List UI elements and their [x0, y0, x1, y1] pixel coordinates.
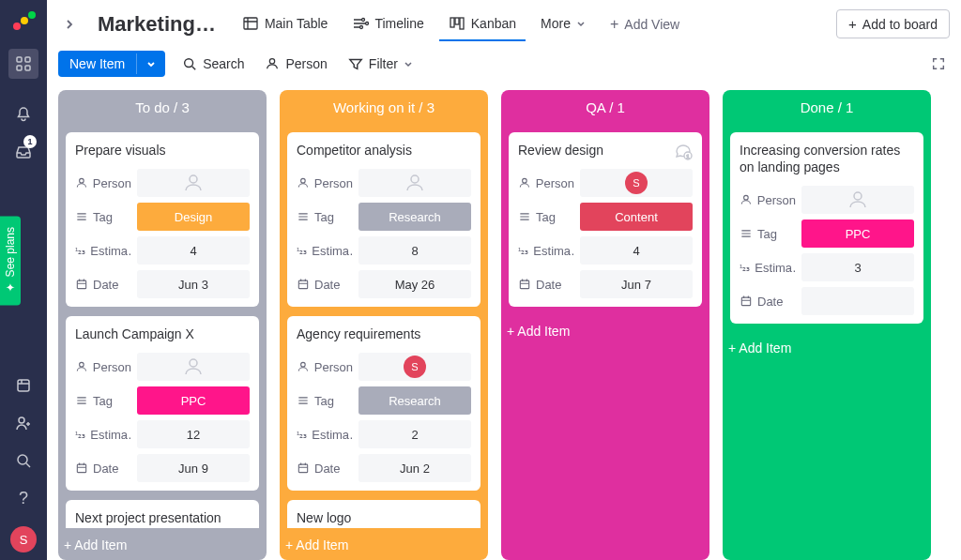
- svg-point-18: [270, 59, 275, 64]
- filter-label: Filter: [369, 56, 398, 71]
- svg-rect-5: [17, 66, 22, 70]
- card-person-value[interactable]: S: [358, 353, 471, 381]
- card-tag-value[interactable]: PPC: [137, 386, 250, 415]
- kanban-column-working: Working on it / 3Competitor analysisPers…: [280, 90, 488, 560]
- help-icon[interactable]: ?: [8, 483, 38, 513]
- kanban-column-done: Done / 1Increasing conversion rates on l…: [723, 90, 931, 560]
- card-title: Prepare visuals: [75, 142, 166, 159]
- add-item-button[interactable]: + Add Item: [58, 528, 267, 560]
- tab-timeline[interactable]: Timeline: [343, 8, 433, 41]
- card-date-value[interactable]: Jun 9: [137, 454, 250, 482]
- card-date-value[interactable]: May 26: [358, 270, 471, 298]
- card-date-value[interactable]: Jun 2: [358, 454, 471, 482]
- kanban-card[interactable]: Increasing conversion rates on landing p…: [730, 132, 923, 324]
- card-estimation-value[interactable]: 2: [358, 420, 471, 448]
- svg-rect-28: [298, 280, 307, 289]
- column-header[interactable]: Working on it / 3: [280, 90, 488, 125]
- card-title: Launch Campaign X: [75, 325, 194, 342]
- card-title: Agency requirements: [297, 325, 420, 342]
- tab-kanban[interactable]: Kanban: [439, 8, 526, 41]
- svg-rect-7: [18, 380, 29, 391]
- workspaces-icon[interactable]: [8, 49, 38, 79]
- add-to-board-label: Add to board: [862, 17, 938, 32]
- card-title: Increasing conversion rates on landing p…: [740, 142, 914, 175]
- svg-point-20: [190, 175, 197, 183]
- svg-point-37: [744, 196, 749, 201]
- card-estimation-value[interactable]: 3: [801, 253, 914, 281]
- user-avatar[interactable]: S: [10, 526, 37, 552]
- svg-point-19: [80, 179, 84, 184]
- svg-rect-4: [25, 57, 30, 62]
- card-person-value[interactable]: [801, 186, 914, 214]
- card-estimation-value[interactable]: 4: [580, 236, 693, 265]
- fullscreen-icon[interactable]: [927, 53, 950, 75]
- add-to-board-button[interactable]: + Add to board: [836, 9, 950, 38]
- svg-rect-30: [298, 464, 307, 473]
- person-label: Person: [285, 56, 327, 71]
- add-view-button[interactable]: + Add View: [601, 8, 689, 40]
- tab-main-table[interactable]: Main Table: [233, 8, 337, 41]
- column-header[interactable]: QA / 1: [501, 90, 709, 125]
- svg-rect-24: [77, 464, 85, 473]
- conversation-icon[interactable]: 1: [674, 142, 693, 160]
- kanban-card[interactable]: Agency requirementsPersonSTagResearch¹₂₃…: [287, 316, 480, 491]
- kanban-card[interactable]: Prepare visualsPersonTagDesign¹₂₃Estima……: [66, 132, 259, 307]
- card-tag-value[interactable]: Research: [358, 203, 471, 231]
- kanban-card[interactable]: New logoPerson: [287, 500, 480, 528]
- card-date-value[interactable]: [801, 287, 914, 315]
- kanban-card[interactable]: Launch Campaign XPersonTagPPC¹₂₃Estima…1…: [66, 316, 259, 491]
- inbox-icon[interactable]: 1: [8, 137, 38, 167]
- svg-point-13: [360, 25, 363, 28]
- svg-rect-6: [25, 66, 30, 70]
- card-tag-value[interactable]: Content: [580, 203, 693, 231]
- invite-icon[interactable]: [8, 408, 38, 438]
- chevron-down-icon[interactable]: [136, 53, 165, 74]
- card-estimation-value[interactable]: 8: [358, 236, 471, 265]
- kanban-card[interactable]: Competitor analysisPersonTagResearch¹₂₃E…: [287, 132, 480, 307]
- svg-point-8: [19, 417, 24, 423]
- card-person-value[interactable]: [358, 169, 471, 197]
- card-person-value[interactable]: [137, 169, 250, 197]
- notifications-icon[interactable]: [8, 99, 38, 129]
- card-estimation-value[interactable]: 12: [137, 420, 250, 448]
- kanban-card[interactable]: Next project presentationPersonS: [66, 500, 259, 528]
- svg-point-11: [362, 18, 365, 21]
- board-title[interactable]: Marketing…: [98, 12, 216, 37]
- card-tag-value[interactable]: PPC: [801, 219, 914, 248]
- add-item-button[interactable]: + Add Item: [280, 528, 488, 560]
- tab-main-table-label: Main Table: [265, 16, 328, 31]
- svg-point-23: [190, 359, 197, 367]
- search-icon[interactable]: [8, 446, 38, 476]
- see-plans-button[interactable]: ✦See plans: [0, 216, 21, 305]
- card-title: Next project presentation: [75, 509, 250, 526]
- card-title: New logo: [297, 509, 471, 526]
- column-header[interactable]: Done / 1: [723, 90, 931, 125]
- tab-more[interactable]: More: [531, 8, 595, 40]
- card-estimation-value[interactable]: 4: [137, 236, 250, 265]
- card-date-value[interactable]: Jun 3: [137, 270, 250, 298]
- person-filter-button[interactable]: Person: [261, 53, 330, 75]
- svg-rect-16: [460, 18, 464, 29]
- kanban-column-qa: QA / 1Review design1PersonSTagContent¹₂₃…: [501, 90, 709, 560]
- svg-rect-14: [450, 18, 454, 27]
- svg-rect-3: [17, 57, 22, 62]
- search-label: Search: [203, 56, 244, 71]
- card-tag-value[interactable]: Research: [358, 386, 471, 415]
- card-date-value[interactable]: Jun 7: [580, 270, 693, 298]
- add-item-button[interactable]: + Add Item: [501, 314, 709, 346]
- card-tag-value[interactable]: Design: [137, 203, 250, 231]
- tab-more-label: More: [541, 16, 571, 31]
- collapse-sidebar-button[interactable]: [58, 13, 81, 36]
- new-item-button[interactable]: New Item: [58, 51, 165, 77]
- monday-logo[interactable]: [11, 9, 36, 34]
- add-item-button[interactable]: + Add Item: [723, 331, 931, 363]
- svg-rect-10: [244, 18, 257, 29]
- column-header[interactable]: To do / 3: [58, 90, 267, 125]
- filter-button[interactable]: Filter: [344, 53, 417, 75]
- kanban-card[interactable]: Review design1PersonSTagContent¹₂₃Estima…: [509, 132, 702, 307]
- card-person-value[interactable]: [137, 353, 250, 381]
- card-person-value[interactable]: S: [580, 169, 693, 197]
- search-button[interactable]: Search: [178, 53, 248, 75]
- kanban-column-todo: To do / 3Prepare visualsPersonTagDesign¹…: [58, 90, 267, 560]
- my-work-icon[interactable]: [8, 371, 38, 401]
